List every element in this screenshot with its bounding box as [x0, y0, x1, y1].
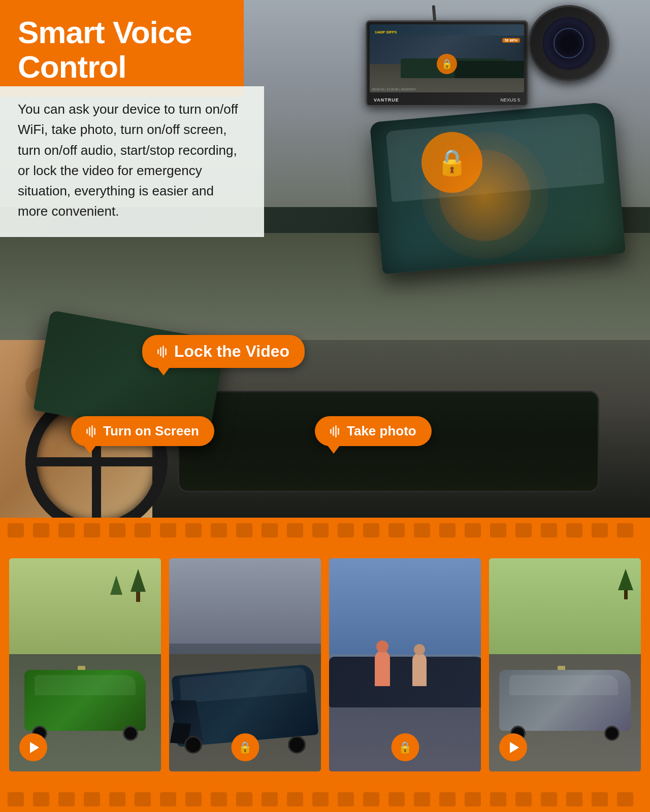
turn-screen-label: Turn on Screen: [103, 423, 199, 439]
film-perf-b: [541, 792, 557, 806]
dashcam-device: 1440P 30FPS 🔒 56 MPH 00:00:31 | 14:35:05…: [366, 5, 609, 107]
film-perf-b: [109, 792, 125, 806]
dashcam-lock-icon: 🔒: [437, 54, 457, 74]
dashcam-speed: 56 MPH: [502, 38, 520, 43]
film-perf-b: [8, 792, 24, 806]
dashcam-display: 1440P 30FPS 🔒 56 MPH 00:00:31 | 14:35:05…: [370, 24, 524, 92]
film-perf-b: [84, 792, 100, 806]
film-perf: [414, 523, 430, 537]
dashcam-screen-unit: 1440P 30FPS 🔒 56 MPH 00:00:31 | 14:35:05…: [366, 20, 528, 107]
dashcam-timestamp: 00:00:31 | 14:35:05 | 2023/03/17: [372, 88, 416, 91]
film-perfs-bottom: [0, 787, 650, 812]
film-frame-4: [489, 558, 641, 771]
film-perf: [58, 523, 75, 537]
film-perf-b: [439, 792, 456, 806]
film-perf-b: [388, 792, 405, 806]
play-button-1[interactable]: [19, 733, 47, 761]
frame-car-gray: [499, 670, 631, 731]
description-box: You can ask your device to turn on/off W…: [0, 86, 264, 237]
voice-wave-icon-3: [330, 425, 339, 437]
film-perf: [262, 523, 278, 537]
film-perf: [541, 523, 557, 537]
film-perf-b: [312, 792, 329, 806]
film-perf-b: [566, 792, 582, 806]
film-frame-2: 🔒: [169, 558, 321, 771]
film-perf: [135, 523, 151, 537]
film-perf: [439, 523, 456, 537]
bubble-turn-screen: Turn on Screen: [71, 416, 214, 446]
person-2: [412, 653, 427, 686]
rear-camera-inner: [541, 15, 597, 71]
film-perf: [617, 523, 633, 537]
film-perf: [236, 523, 252, 537]
film-perf-b: [465, 792, 481, 806]
pulse-ring-middle: [439, 150, 531, 241]
rear-camera-lens: [554, 28, 584, 58]
film-perf: [109, 523, 125, 537]
film-perf-b: [160, 792, 176, 806]
film-perf-b: [236, 792, 252, 806]
rear-camera: [528, 5, 609, 81]
film-perf: [388, 523, 405, 537]
dashcam-model: NEXUS 5: [500, 97, 520, 103]
film-perfs-top: [0, 518, 650, 543]
play-triangle-1: [30, 742, 39, 753]
film-perf: [312, 523, 329, 537]
film-frame-3: 🔒: [329, 558, 481, 771]
description-text: You can ask your device to turn on/off W…: [18, 99, 246, 222]
film-perf: [465, 523, 481, 537]
header-box: Smart Voice Control: [0, 0, 244, 97]
film-perf: [287, 523, 303, 537]
film-perf: [515, 523, 532, 537]
film-perf: [8, 523, 24, 537]
film-frames-area: 🔒 🔒: [0, 543, 650, 787]
frame-car-green: [24, 670, 146, 731]
film-perf: [338, 523, 354, 537]
bubble-take-photo: Take photo: [315, 416, 432, 446]
filmstrip-section: 🔒 🔒: [0, 518, 650, 812]
film-perf-b: [414, 792, 430, 806]
play-button-4[interactable]: [499, 733, 527, 761]
dashcam-brand: VANTRUE: [374, 97, 399, 103]
film-perf-b: [58, 792, 75, 806]
hero-section: 🔒 Smart Voice Control You can ask your d…: [0, 0, 650, 518]
lock-video-label: Lock the Video: [174, 342, 289, 361]
take-photo-label: Take photo: [347, 423, 416, 439]
dashcam-badge: VANTRUE NEXUS 5: [370, 97, 524, 103]
film-perf: [566, 523, 582, 537]
film-perf-b: [262, 792, 278, 806]
film-perf-b: [363, 792, 379, 806]
film-perf-b: [490, 792, 506, 806]
film-perf-b: [211, 792, 227, 806]
film-perf: [185, 523, 202, 537]
lock-icon-frame2: 🔒: [238, 741, 252, 754]
film-perf: [160, 523, 176, 537]
film-perf-b: [135, 792, 151, 806]
film-perf-b: [287, 792, 303, 806]
lock-icon-frame3: 🔒: [398, 741, 412, 754]
film-frame-1: [9, 558, 161, 771]
person-1: [375, 651, 390, 686]
bubble-lock-video: Lock the Video: [142, 335, 305, 368]
voice-wave-icon: [157, 346, 167, 358]
film-perf: [33, 523, 49, 537]
film-perf-b: [338, 792, 354, 806]
lock-button-3[interactable]: 🔒: [391, 733, 419, 761]
page-title: Smart Voice Control: [18, 15, 226, 84]
film-perf: [84, 523, 100, 537]
film-perf-b: [33, 792, 49, 806]
film-perf: [490, 523, 506, 537]
lock-button-2[interactable]: 🔒: [231, 733, 259, 761]
play-triangle-4: [510, 742, 519, 753]
voice-wave-icon-2: [86, 425, 95, 437]
film-perf-b: [617, 792, 633, 806]
film-perf-b: [592, 792, 608, 806]
film-perf-b: [515, 792, 532, 806]
film-perf-b: [185, 792, 202, 806]
film-perf: [592, 523, 608, 537]
lock-pulse-container: 🔒: [421, 132, 548, 259]
dashcam-resolution: 1440P 30FPS: [375, 30, 397, 34]
film-perf: [211, 523, 227, 537]
film-perf: [363, 523, 379, 537]
